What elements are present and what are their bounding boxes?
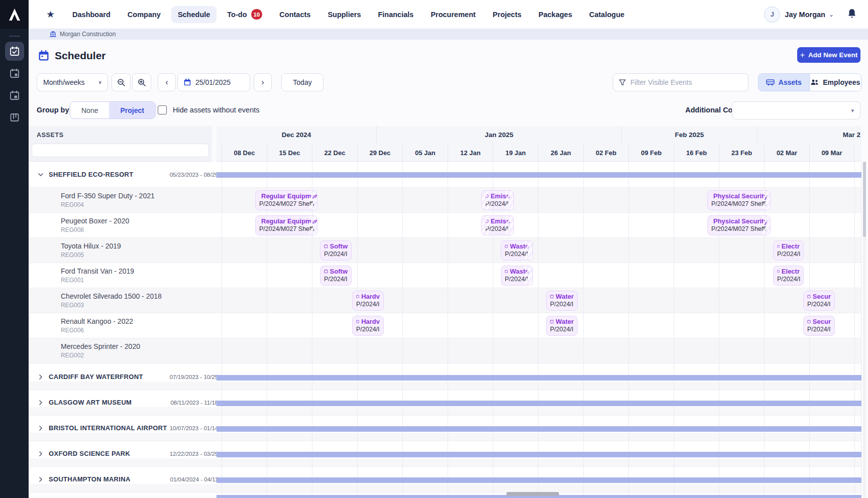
zoom-in-button[interactable] xyxy=(132,73,151,91)
event-chip[interactable]: EmissP/2024/I xyxy=(481,215,514,235)
week-header[interactable]: 15 Dec xyxy=(267,144,312,162)
asset-row[interactable]: Ford F-350 Super Duty - 2021REG004Regula… xyxy=(29,188,861,213)
event-calendar-icon xyxy=(807,319,811,324)
rail-item-board[interactable] xyxy=(5,108,24,127)
project-timeline-bar[interactable] xyxy=(216,477,861,483)
event-chip[interactable]: WaterP/2024/I xyxy=(546,291,578,311)
event-chip[interactable]: SoftwP/2024/I xyxy=(320,240,352,261)
nav-item-to-do[interactable]: To-do10 xyxy=(221,5,269,24)
nav-item-procurement[interactable]: Procurement xyxy=(424,6,482,23)
week-header[interactable]: 26 Jan xyxy=(538,144,583,162)
event-chip[interactable]: SoftwP/2024/I xyxy=(320,266,352,286)
project-group-row[interactable]: SHEFFIELD ECO-RESORT05/23/2023 - 08/29/2… xyxy=(29,162,861,188)
week-header[interactable]: 09 Feb xyxy=(628,144,674,162)
event-chip[interactable]: ElectrP/2024/I xyxy=(773,240,804,261)
event-chip[interactable]: ElectrP/2024/I xyxy=(773,266,804,286)
app-logo[interactable] xyxy=(0,0,29,29)
additional-columns-select[interactable]: ▾ xyxy=(732,101,860,119)
asset-row[interactable]: Ford Transit Van - 2019REG001SoftwP/2024… xyxy=(29,263,861,288)
notifications-bell-icon[interactable] xyxy=(847,8,857,21)
asset-row[interactable]: Toyota Hilux - 2019REG005SoftwP/2024/IWa… xyxy=(29,238,861,263)
event-chip[interactable]: WaterP/2024/I xyxy=(546,316,578,336)
prev-period-button[interactable]: ‹ xyxy=(158,73,176,91)
nav-item-financials[interactable]: Financials xyxy=(371,6,420,23)
project-group-row[interactable]: OXFORD SCIENCE PARK12/22/2023 - 03/29/20… xyxy=(29,441,861,467)
groupby-option-none[interactable]: None xyxy=(70,102,109,118)
asset-row[interactable]: Chevrolet Silverado 1500 - 2018REG003Har… xyxy=(29,288,861,313)
today-button[interactable]: Today xyxy=(281,73,323,91)
week-header[interactable]: 29 Dec xyxy=(357,144,402,162)
nav-item-suppliers[interactable]: Suppliers xyxy=(321,6,367,23)
asset-row[interactable]: Renault Kangoo - 2022REG006HardvP/2024/I… xyxy=(29,313,861,338)
event-chip[interactable]: WasteP/2024/I xyxy=(501,266,533,286)
event-chip[interactable]: EmissP/2024/I xyxy=(481,190,514,210)
project-group-row[interactable]: BRISTOL INTERNATIONAL AIRPORT10/07/2023 … xyxy=(29,416,861,441)
nav-item-catalogue[interactable]: Catalogue xyxy=(583,6,631,23)
user-menu[interactable]: J Jay Morgan ⌄ xyxy=(764,7,834,23)
week-header[interactable]: 22 Dec xyxy=(312,144,357,162)
event-chip[interactable]: Regular EquipmerP/2024/M027 Sheffi xyxy=(255,215,317,235)
zoom-out-button[interactable] xyxy=(112,73,131,91)
week-header[interactable]: 02 Mar xyxy=(764,144,809,162)
event-chip[interactable]: Physical SecurityP/2024/M027 Sheffi xyxy=(707,190,771,210)
event-calendar-icon xyxy=(550,294,554,299)
rail-item-calendar-alt[interactable] xyxy=(5,86,24,105)
nav-item-schedule[interactable]: Schedule xyxy=(171,6,216,23)
project-group-row[interactable]: SOUTHAMPTON MARINA01/04/2024 - 04/11/202… xyxy=(29,467,861,492)
tab-employees[interactable]: Employees xyxy=(809,74,861,91)
week-header[interactable]: 16 Feb xyxy=(674,144,719,162)
project-timeline-bar[interactable] xyxy=(216,401,861,406)
groupby-option-project[interactable]: Project xyxy=(109,102,155,118)
project-group-row[interactable]: GLASGOW ART MUSEUM08/11/2023 - 11/18/202… xyxy=(29,390,861,416)
nav-item-packages[interactable]: Packages xyxy=(532,6,579,23)
event-title: Hardv xyxy=(353,316,383,325)
asset-row[interactable]: Mercedes Sprinter - 2020REG002 xyxy=(29,338,861,363)
project-timeline-bar[interactable] xyxy=(216,426,861,432)
project-timeline-bar[interactable] xyxy=(216,375,861,381)
week-header[interactable]: 02 Feb xyxy=(583,144,628,162)
week-header[interactable]: 08 Dec xyxy=(222,144,267,162)
rail-item-calendar[interactable] xyxy=(5,64,24,83)
date-picker[interactable]: 25/01/2025 xyxy=(177,73,250,91)
asset-name: Peugeot Boxer - 2020 xyxy=(61,217,129,225)
event-chip[interactable]: HardvP/2024/I xyxy=(352,291,384,311)
month-header: Mar 2 xyxy=(757,126,861,144)
nav-item-contacts[interactable]: Contacts xyxy=(273,6,317,23)
project-timeline-bar[interactable] xyxy=(216,452,861,457)
filter-events-input[interactable] xyxy=(630,78,742,86)
assets-search-input[interactable] xyxy=(32,144,209,157)
event-chip[interactable]: HardvP/2024/I xyxy=(352,316,384,336)
event-chip[interactable]: WasteP/2024/I xyxy=(501,240,533,261)
tab-assets[interactable]: Assets xyxy=(758,74,809,91)
timeline-right-edge xyxy=(861,162,861,498)
horizontal-scrollbar[interactable] xyxy=(506,492,559,496)
add-new-event-button[interactable]: + Add New Event xyxy=(797,47,860,63)
event-chip[interactable]: SecurP/2024/I xyxy=(803,316,835,336)
week-header[interactable]: 05 Jan xyxy=(402,144,448,162)
view-mode-select[interactable]: Month/weeks ▾ xyxy=(37,73,108,91)
event-chip[interactable]: Physical SecurityP/2024/M027 Sheffi xyxy=(707,215,771,235)
asset-name: Ford F-350 Super Duty - 2021 xyxy=(61,192,155,200)
project-group-row[interactable]: CARDIFF BAY WATERFRONT07/19/2023 - 10/25… xyxy=(29,364,861,390)
favorite-star-icon[interactable]: ★ xyxy=(46,10,55,19)
nav-item-company[interactable]: Company xyxy=(121,6,167,23)
nav-item-projects[interactable]: Projects xyxy=(486,6,528,23)
week-header[interactable]: 23 Feb xyxy=(719,144,764,162)
breadcrumb-label[interactable]: Morgan Construction xyxy=(60,31,116,38)
nav-item-label: Contacts xyxy=(279,11,310,19)
event-title: Softw xyxy=(320,241,351,250)
rail-item-scheduler[interactable] xyxy=(5,42,24,61)
nav-item-dashboard[interactable]: Dashboard xyxy=(66,6,117,23)
week-header[interactable]: 09 Mar xyxy=(809,144,854,162)
scheduler-app: ★ DashboardCompanyScheduleTo-do10Contact… xyxy=(0,0,868,498)
week-header[interactable]: 12 Jan xyxy=(448,144,493,162)
event-chip[interactable]: SecurP/2024/I xyxy=(803,291,835,311)
week-header[interactable]: 19 Jan xyxy=(493,144,538,162)
next-period-button[interactable]: › xyxy=(254,73,272,91)
hide-assets-checkbox[interactable] xyxy=(158,105,167,114)
project-timeline-bar[interactable] xyxy=(216,172,861,178)
vertical-scrollbar[interactable] xyxy=(863,162,866,237)
event-chip[interactable]: Regular EquipmerP/2024/M027 Sheffi xyxy=(255,190,317,210)
groupby-label: Group by: xyxy=(37,106,71,114)
asset-row[interactable]: Peugeot Boxer - 2020REG008Regular Equipm… xyxy=(29,213,861,238)
